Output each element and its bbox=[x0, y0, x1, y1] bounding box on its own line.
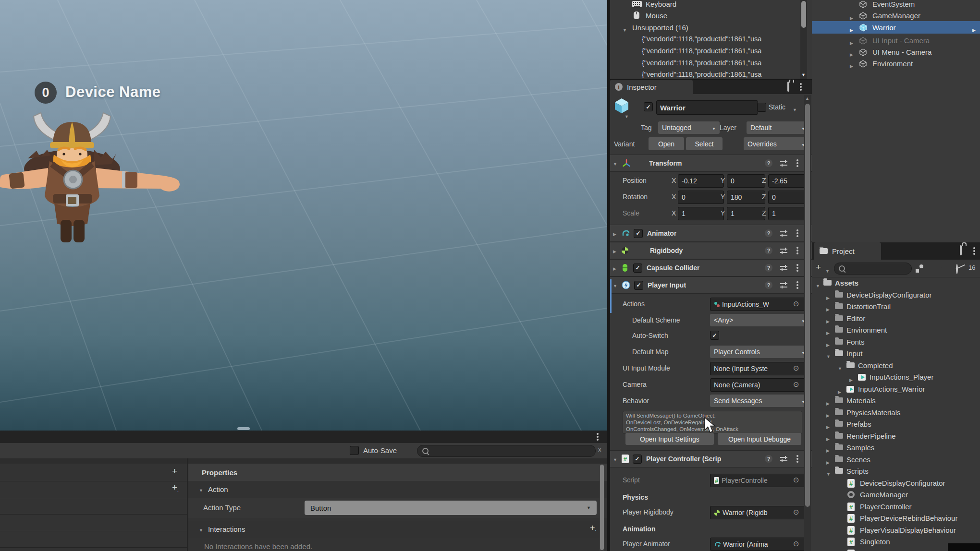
rotation-x-field[interactable]: 0 bbox=[678, 191, 724, 204]
kebab-menu-icon[interactable] bbox=[800, 86, 802, 88]
hierarchy-item-eventsystem[interactable]: EventSystem bbox=[812, 0, 980, 10]
object-picker-icon[interactable] bbox=[793, 380, 799, 389]
rigidbody-header[interactable]: Rigidbody bbox=[610, 242, 812, 259]
hierarchy-item-ui-input-camera[interactable]: UI Input - Camera bbox=[812, 35, 980, 46]
device-json-row[interactable]: {"vendorId":1118,"productId":1861,"usa bbox=[610, 57, 800, 69]
project-search-input[interactable] bbox=[834, 263, 912, 275]
foldout-icon[interactable] bbox=[613, 229, 616, 238]
chevron-right-icon[interactable] bbox=[849, 375, 853, 383]
hierarchy-item-warrior-selected[interactable]: Warrior bbox=[812, 21, 980, 34]
chevron-down-icon[interactable] bbox=[826, 351, 831, 359]
add-action-button[interactable]: +. bbox=[172, 482, 179, 493]
chevron-down-icon[interactable] bbox=[826, 469, 831, 477]
foldout-icon[interactable] bbox=[199, 525, 203, 534]
script-object-field[interactable]: PlayerControlle bbox=[710, 474, 809, 487]
project-item-folder[interactable]: Scenes bbox=[812, 454, 980, 466]
kebab-menu-icon[interactable] bbox=[973, 250, 975, 252]
prefab-select-button[interactable]: Select bbox=[686, 137, 723, 150]
presets-icon[interactable] bbox=[780, 265, 787, 271]
tag-dropdown[interactable]: Untagged bbox=[658, 121, 720, 134]
kebab-menu-icon[interactable] bbox=[796, 250, 798, 252]
lock-icon[interactable] bbox=[787, 82, 789, 92]
help-icon[interactable] bbox=[765, 281, 772, 289]
add-action-map-button[interactable]: + bbox=[172, 466, 177, 477]
lock-icon[interactable] bbox=[960, 245, 962, 255]
chevron-down-icon[interactable] bbox=[825, 266, 830, 275]
scene-view[interactable] bbox=[0, 0, 607, 431]
kebab-menu-icon[interactable] bbox=[796, 232, 798, 234]
position-y-field[interactable]: 0 bbox=[727, 174, 765, 188]
device-json-row[interactable]: {"vendorId":1118,"productId":1861,"usa bbox=[610, 45, 800, 57]
project-item-folder[interactable]: RenderPipeline bbox=[812, 431, 980, 442]
scroll-down-icon[interactable] bbox=[801, 70, 806, 78]
capsule-collider-header[interactable]: Capsule Collider bbox=[610, 259, 812, 276]
object-picker-icon[interactable] bbox=[793, 539, 799, 548]
chevron-right-icon[interactable] bbox=[826, 304, 830, 312]
presets-icon[interactable] bbox=[780, 456, 787, 462]
project-item-folder[interactable]: DeviceDisplayConfigurator bbox=[812, 289, 980, 301]
layer-dropdown[interactable]: Default bbox=[747, 121, 809, 134]
chevron-right-icon[interactable] bbox=[850, 25, 853, 33]
presets-icon[interactable] bbox=[780, 160, 787, 167]
add-interaction-button[interactable]: +. bbox=[590, 523, 596, 533]
active-checkbox[interactable] bbox=[644, 102, 653, 111]
enabled-checkbox[interactable] bbox=[633, 264, 642, 273]
hierarchy-item-gamemanager[interactable]: GameManager bbox=[812, 10, 980, 21]
project-item-folder[interactable]: Editor bbox=[812, 313, 980, 324]
tab-inspector[interactable]: Inspector bbox=[610, 80, 693, 94]
position-z-field[interactable]: -2.65 bbox=[768, 174, 809, 188]
chevron-right-icon[interactable] bbox=[850, 61, 853, 69]
chevron-right-icon[interactable] bbox=[826, 340, 830, 348]
scale-z-field[interactable]: 1 bbox=[768, 207, 809, 220]
project-item-script[interactable]: PlayerDeviceRebindBehaviour bbox=[812, 513, 980, 524]
chevron-down-icon[interactable] bbox=[816, 281, 820, 289]
project-item-script[interactable]: PlayerVisualDisplayBehaviour bbox=[812, 525, 980, 536]
presets-icon[interactable] bbox=[780, 282, 787, 288]
actions-search-input[interactable] bbox=[417, 445, 596, 457]
project-item-folder[interactable]: Scripts bbox=[812, 466, 980, 477]
player-controller-header[interactable]: Player Controller (Scrip bbox=[610, 450, 812, 467]
chevron-right-icon[interactable] bbox=[826, 316, 830, 324]
project-item-folder[interactable]: PhysicsMaterials bbox=[812, 407, 980, 419]
project-item-asset[interactable]: InputActions_Player bbox=[812, 371, 980, 383]
scroll-up-icon[interactable]: ▲ bbox=[805, 96, 809, 101]
chevron-right-icon[interactable] bbox=[826, 457, 830, 466]
chevron-right-icon[interactable] bbox=[850, 13, 853, 21]
chevron-down-icon[interactable] bbox=[838, 363, 842, 371]
next-chevron-icon[interactable] bbox=[972, 25, 976, 33]
kebab-menu-icon[interactable] bbox=[796, 284, 798, 286]
player-input-header[interactable]: Player Input bbox=[610, 276, 812, 294]
chevron-right-icon[interactable] bbox=[826, 410, 830, 419]
animator-header[interactable]: Animator bbox=[610, 225, 812, 242]
project-item-asset[interactable]: InputActions_Warrior bbox=[812, 383, 980, 395]
rotation-z-field[interactable]: 0 bbox=[768, 191, 809, 204]
chevron-down-icon[interactable] bbox=[623, 25, 627, 33]
project-item-script[interactable]: GameManager bbox=[812, 489, 980, 501]
help-icon[interactable] bbox=[765, 247, 772, 254]
object-picker-icon[interactable] bbox=[793, 508, 799, 516]
foldout-icon[interactable] bbox=[199, 485, 203, 494]
position-x-field[interactable]: -0.12 bbox=[678, 174, 724, 188]
presets-icon[interactable] bbox=[780, 230, 787, 237]
help-icon[interactable] bbox=[765, 264, 772, 272]
project-item-folder[interactable]: Environment bbox=[812, 324, 980, 336]
action-type-dropdown[interactable]: Button ▼ bbox=[305, 501, 597, 515]
open-input-debugger-button[interactable]: Open Input Debugge bbox=[718, 433, 801, 445]
foldout-icon[interactable] bbox=[613, 455, 617, 463]
chevron-down-icon[interactable] bbox=[625, 111, 629, 120]
kebab-menu-icon[interactable] bbox=[796, 162, 798, 164]
presets-icon[interactable] bbox=[780, 248, 787, 254]
create-asset-button[interactable]: + bbox=[816, 262, 821, 273]
device-json-row[interactable]: {"vendorId":1118,"productId":1861,"usa bbox=[610, 69, 800, 80]
device-group-unsupported[interactable]: Unsupported (16) bbox=[610, 22, 800, 33]
scrollbar-thumb[interactable] bbox=[805, 104, 810, 507]
transform-header[interactable]: Transform bbox=[610, 155, 812, 172]
project-item-folder[interactable]: Materials bbox=[812, 395, 980, 407]
kebab-menu-icon[interactable] bbox=[597, 436, 599, 438]
object-picker-icon[interactable] bbox=[793, 476, 799, 484]
foldout-icon[interactable] bbox=[613, 264, 616, 272]
scale-y-field[interactable]: 1 bbox=[727, 207, 765, 220]
close-icon[interactable]: x bbox=[598, 446, 601, 453]
project-item-assets[interactable]: Assets bbox=[812, 277, 980, 289]
help-icon[interactable] bbox=[765, 229, 772, 237]
